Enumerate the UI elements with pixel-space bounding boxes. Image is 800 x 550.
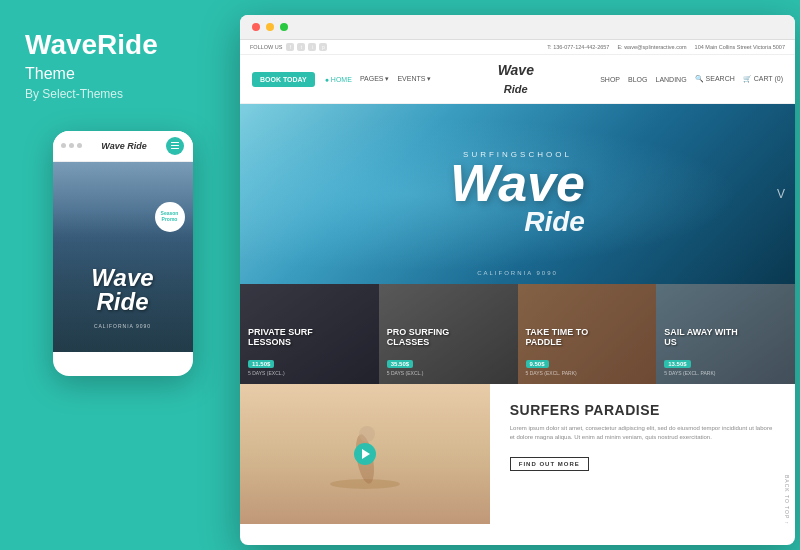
promo-content-3: TAKE TIME TOPADDLE 9.50$ 5 DAYS (EXCL. P… <box>526 328 649 376</box>
menu-line-1 <box>171 142 179 143</box>
mobile-wave-script: WaveRide <box>53 266 193 314</box>
hero-title: SURFINGSCHOOL Wave Ride <box>450 150 585 237</box>
browser-mockup: FOLLOW US f t i p T: 136-077-124-442-265… <box>240 15 795 545</box>
play-icon <box>362 449 370 459</box>
nav-blog[interactable]: BLOG <box>628 76 647 83</box>
nav-left: BOOK TODAY ● HOME PAGES ▾ EVENTS ▾ <box>252 72 431 87</box>
promo-price-4: 13.50$ <box>664 360 690 368</box>
menu-line-3 <box>171 148 179 149</box>
mobile-top-bar: Wave Ride <box>53 131 193 162</box>
bottom-text-section: SURFERS PARADISE Lorem ipsum dolor sit a… <box>490 384 795 524</box>
promo-title-2: PRO SURFINGCLASSES <box>387 328 510 348</box>
mobile-wave-sub: CALIFORNIA 9090 <box>94 323 151 329</box>
site-nav: BOOK TODAY ● HOME PAGES ▾ EVENTS ▾ WaveR… <box>240 55 795 104</box>
nav-pages[interactable]: PAGES ▾ <box>360 75 390 83</box>
promo-meta-1: 5 DAYS (EXCL.) <box>248 370 371 376</box>
mobile-menu-icon[interactable] <box>166 137 184 155</box>
promo-content-4: SAIL AWAY WITHUS 13.50$ 5 DAYS (EXCL. PA… <box>664 328 787 376</box>
instagram-icon[interactable]: i <box>308 43 316 51</box>
promo-content-2: PRO SURFINGCLASSES 35.50$ 5 DAYS (EXCL.) <box>387 328 510 376</box>
book-today-button[interactable]: BOOK TODAY <box>252 72 315 87</box>
promo-content-1: PRIVATE SURFLESSONS 11.50$ 5 DAYS (EXCL.… <box>248 328 371 376</box>
brand-title: WaveRide <box>25 30 220 61</box>
promo-meta-2: 5 DAYS (EXCL.) <box>387 370 510 376</box>
play-button[interactable] <box>354 443 376 465</box>
mobile-dots <box>61 143 82 148</box>
facebook-icon[interactable]: f <box>286 43 294 51</box>
brand-subtitle: Theme <box>25 65 220 83</box>
follow-us-label: FOLLOW US <box>250 44 282 50</box>
nav-right: SHOP BLOG LANDING 🔍 SEARCH 🛒 CART (0) <box>600 75 783 83</box>
back-to-top[interactable]: BACK TO TOP ↑ <box>784 475 790 525</box>
pinterest-icon[interactable]: p <box>319 43 327 51</box>
nav-links: ● HOME PAGES ▾ EVENTS ▾ <box>325 75 432 83</box>
social-icons: f t i p <box>286 43 327 51</box>
browser-close-btn[interactable] <box>252 23 260 31</box>
mobile-wave-text: WaveRide CALIFORNIA 9090 <box>53 266 193 332</box>
hero-wave-large: Wave <box>450 161 585 205</box>
mobile-logo: Wave Ride <box>101 141 146 151</box>
browser-chrome <box>240 15 795 40</box>
promo-card-surf-lessons[interactable]: PRIVATE SURFLESSONS 11.50$ 5 DAYS (EXCL.… <box>240 284 379 384</box>
promo-price-1: 11.50$ <box>248 360 274 368</box>
promo-price-3: 9.50$ <box>526 360 549 368</box>
promo-title-1: PRIVATE SURFLESSONS <box>248 328 371 348</box>
promo-price-2: 35.50$ <box>387 360 413 368</box>
mobile-dot-3 <box>77 143 82 148</box>
hero-bottom-text: CALIFORNIA 9090 <box>240 270 795 276</box>
find-out-more-button[interactable]: FIND OUT MORE <box>510 457 589 471</box>
nav-logo: WaveRide <box>498 61 534 97</box>
browser-maximize-btn[interactable] <box>280 23 288 31</box>
phone-number: T: 136-077-124-442-2657 <box>547 44 609 50</box>
menu-lines <box>171 142 179 149</box>
twitter-icon[interactable]: t <box>297 43 305 51</box>
promo-meta-4: 5 DAYS (EXCL. PARK) <box>664 370 787 376</box>
menu-line-2 <box>171 145 179 146</box>
site-hero: SURFINGSCHOOL Wave Ride CALIFORNIA 9090 … <box>240 104 795 284</box>
bottom-image <box>240 384 490 524</box>
topbar-right: T: 136-077-124-442-2657 E: wave@splinter… <box>547 44 785 50</box>
mobile-dot-1 <box>61 143 66 148</box>
nav-events[interactable]: EVENTS ▾ <box>397 75 431 83</box>
mobile-mockup: Wave Ride SeasonPromo WaveRide CALIFORNI… <box>53 131 193 376</box>
promo-strip: PRIVATE SURFLESSONS 11.50$ 5 DAYS (EXCL.… <box>240 284 795 384</box>
nav-home[interactable]: ● HOME <box>325 76 352 83</box>
browser-minimize-btn[interactable] <box>266 23 274 31</box>
nav-search[interactable]: 🔍 SEARCH <box>695 75 735 83</box>
promo-title-4: SAIL AWAY WITHUS <box>664 328 787 348</box>
brand-by: By Select-Themes <box>25 87 220 101</box>
nav-landing[interactable]: LANDING <box>656 76 687 83</box>
promo-card-paddle[interactable]: TAKE TIME TOPADDLE 9.50$ 5 DAYS (EXCL. P… <box>518 284 657 384</box>
nav-shop[interactable]: SHOP <box>600 76 620 83</box>
mobile-hero-image: SeasonPromo WaveRide CALIFORNIA 9090 <box>53 162 193 352</box>
email-address: E: wave@splinteractive.com <box>617 44 686 50</box>
left-panel: WaveRide Theme By Select-Themes Wave Rid… <box>0 0 245 550</box>
topbar-left: FOLLOW US f t i p <box>250 43 327 51</box>
promo-title-3: TAKE TIME TOPADDLE <box>526 328 649 348</box>
site-topbar: FOLLOW US f t i p T: 136-077-124-442-265… <box>240 40 795 55</box>
mobile-badge: SeasonPromo <box>155 202 185 232</box>
mobile-dot-2 <box>69 143 74 148</box>
nav-cart[interactable]: 🛒 CART (0) <box>743 75 783 83</box>
surfers-paradise-body: Lorem ipsum dolor sit amet, consectetur … <box>510 424 775 442</box>
promo-meta-3: 5 DAYS (EXCL. PARK) <box>526 370 649 376</box>
site-bottom: SURFERS PARADISE Lorem ipsum dolor sit a… <box>240 384 795 524</box>
promo-card-sail[interactable]: SAIL AWAY WITHUS 13.50$ 5 DAYS (EXCL. PA… <box>656 284 795 384</box>
svg-point-2 <box>359 426 375 442</box>
physical-address: 104 Main Collins Street Victoria 5007 <box>695 44 785 50</box>
promo-card-surfing-classes[interactable]: PRO SURFINGCLASSES 35.50$ 5 DAYS (EXCL.) <box>379 284 518 384</box>
surfers-paradise-title: SURFERS PARADISE <box>510 402 775 418</box>
hero-right-arrow: V <box>777 187 785 201</box>
